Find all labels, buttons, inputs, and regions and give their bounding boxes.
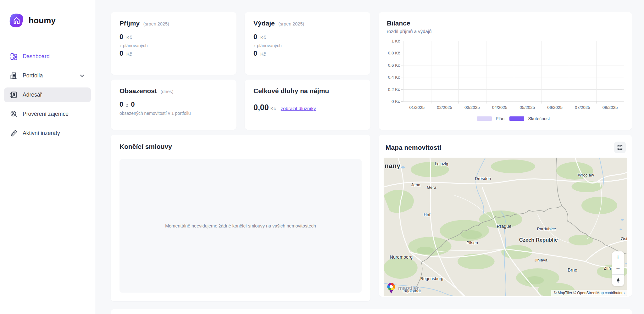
card-title: Příjmy [119,20,140,27]
card-prijmy: Příjmy (srpen 2025) 0 Kč z plánovaných 0… [111,12,236,75]
x-tick-label: 05/2025 [514,105,541,110]
y-tick-label: 0.4 Kč [388,75,400,80]
chart-y-axis: 1 Kč0.8 Kč0.6 Kč0.4 Kč0.2 Kč0 Kč [387,41,403,101]
map-fullscreen-button[interactable] [614,142,626,153]
sidebar-nav: Dashboard Portfolia Adresář [0,49,95,141]
x-tick-label: 02/2025 [431,105,458,110]
debt-value: 0,00 [253,103,269,112]
planned-label: z plánovaných [119,43,228,48]
chart-title: Bilance [387,20,410,27]
zoom-out-button[interactable]: − [612,263,624,274]
sidebar-item-label: Adresář [23,92,42,98]
chart-legend: Plán Skutečnost [403,116,624,121]
app-logo[interactable]: houmy [0,13,95,28]
expense-value: 0 [253,33,257,41]
sidebar-item-dashboard[interactable]: Dashboard [4,49,91,64]
planned-income-unit: Kč [126,51,132,57]
address-book-icon [10,91,18,99]
compass-needle-icon [615,277,622,284]
card-vydaje: Výdaje (srpen 2025) 0 Kč z plánovaných 0… [245,12,370,75]
y-tick-label: 0.2 Kč [388,87,400,92]
maptiler-logo[interactable]: maptiler [386,282,419,294]
card-title: Mapa nemovitostí [386,144,441,151]
sidebar-item-label: Aktivní inzeráty [23,130,60,137]
income-value: 0 [119,33,123,41]
sidebar-item-label: Prověření zájemce [23,111,69,117]
bottom-card-partial [111,309,632,314]
sidebar-item-label: Portfolia [23,72,43,79]
app-name: houmy [29,16,56,25]
x-tick-label: 04/2025 [486,105,514,110]
planned-expense-unit: Kč [260,51,266,57]
card-period: (srpen 2025) [278,21,304,26]
legend-item-plan: Plán [477,116,504,121]
total-value: 0 [131,100,135,108]
empty-state-box: Momentálně neevidujeme žádné končící sml… [119,159,362,293]
card-bilance: Bilance rozdíl příjmů a výdajů 1 Kč0.8 K… [379,12,632,130]
planned-income-value: 0 [119,49,123,57]
y-tick-label: 0.8 Kč [388,51,400,55]
map-canvas[interactable]: nanyLeipzigDresdenWrocławJenaGeraHofPrag… [384,158,627,296]
buildings-icon [10,72,18,80]
x-tick-label: 08/2025 [596,105,624,110]
card-period: (srpen 2025) [143,21,169,26]
chart-x-axis: 01/202502/202503/202504/202505/202506/20… [403,105,624,110]
sidebar-item-provereni-zajemce[interactable]: Prověření zájemce [4,107,91,121]
card-title: Končící smlouvy [119,143,172,150]
card-mapa-nemovitosti: Mapa nemovitostí [379,135,632,297]
map-zoom-control: + − [612,251,624,286]
legend-label: Plán [496,116,504,121]
card-title: Celkové dluhy na nájmu [253,87,329,94]
occupancy-separator: z [126,103,128,108]
y-tick-label: 0 Kč [391,99,400,104]
show-debtors-link[interactable]: zobrazit dlužníky [281,106,316,111]
x-tick-label: 03/2025 [458,105,486,110]
plan-swatch [477,116,492,121]
income-unit: Kč [126,35,132,40]
maptiler-logo-text: maptiler [398,285,419,291]
chart-subtitle: rozdíl příjmů a výdajů [387,29,624,34]
card-dluhy: Celkové dluhy na nájmu 0,00 Kč zobrazit … [245,80,370,130]
houmy-logo-icon [9,13,24,28]
sidebar-item-adresar[interactable]: Adresář [4,87,91,102]
chart-plot [403,41,624,101]
x-tick-label: 07/2025 [569,105,597,110]
zoom-in-button[interactable]: + [612,251,624,263]
card-koncici-smlouvy: Končící smlouvy Momentálně neevidujeme ž… [111,135,370,301]
bilance-chart: 1 Kč0.8 Kč0.6 Kč0.4 Kč0.2 Kč0 Kč [387,41,624,101]
y-tick-label: 0.6 Kč [388,63,400,67]
sidebar-item-aktivni-inzeraty[interactable]: Aktivní inzeráty [4,126,91,141]
expand-icon [617,144,623,150]
expense-unit: Kč [260,35,266,40]
planned-label: z plánovaných [253,43,362,48]
sidebar-item-portfolia[interactable]: Portfolia [4,68,91,83]
maptiler-pin-icon [386,282,396,294]
map-terrain [384,158,627,296]
person-search-icon [10,110,18,118]
x-tick-label: 01/2025 [403,105,431,110]
chevron-down-icon [79,73,85,79]
x-tick-label: 06/2025 [541,105,569,110]
legend-item-skutecnost: Skutečnost [509,116,550,121]
sidebar: houmy Dashboard Portfolia [0,0,95,314]
card-period: (dnes) [160,89,173,94]
card-obsazenost: Obsazenost (dnes) 0 z 0 obsazených nemov… [111,80,236,130]
occupied-value: 0 [119,100,123,108]
main-content: Příjmy (srpen 2025) 0 Kč z plánovaných 0… [95,0,644,314]
skutecnost-swatch [509,116,524,121]
card-title: Výdaje [253,20,275,27]
y-tick-label: 1 Kč [391,39,400,43]
dashboard-grid-icon [10,53,18,60]
compass-button[interactable] [612,275,624,286]
empty-state-message: Momentálně neevidujeme žádné končící sml… [165,223,316,228]
map-attribution[interactable]: © MapTiler © OpenStreetMap contributors [551,290,627,296]
card-title: Obsazenost [119,87,157,94]
ruler-icon [10,129,18,137]
sidebar-item-label: Dashboard [23,53,50,60]
legend-label: Skutečnost [528,116,550,121]
planned-expense-value: 0 [253,49,257,57]
debt-unit: Kč [270,106,276,111]
occupancy-subtitle: obsazených nemovitostí v 1 portfoliu [119,111,228,116]
